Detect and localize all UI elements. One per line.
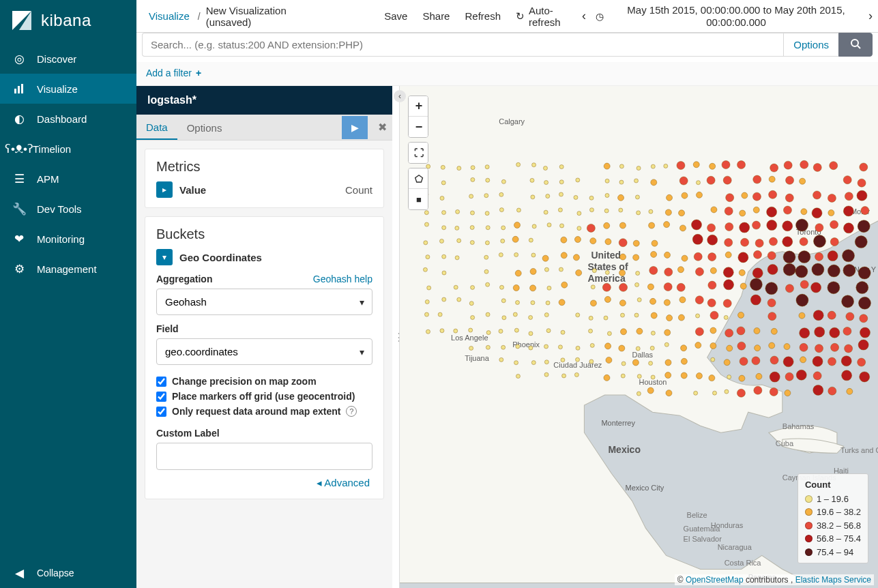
map-marker[interactable] xyxy=(750,295,761,305)
map-marker[interactable] xyxy=(530,268,536,274)
map-marker[interactable] xyxy=(857,190,867,201)
map-marker[interactable] xyxy=(800,178,806,184)
map-marker[interactable] xyxy=(587,224,595,232)
map-marker[interactable] xyxy=(559,180,564,184)
map-marker[interactable] xyxy=(424,222,428,226)
map-marker[interactable] xyxy=(471,166,475,170)
map-marker[interactable] xyxy=(604,316,608,320)
map-marker[interactable] xyxy=(845,192,853,201)
map-marker[interactable] xyxy=(842,370,852,381)
map-marker[interactable] xyxy=(677,267,684,273)
map-marker[interactable] xyxy=(442,254,446,259)
map-marker[interactable] xyxy=(651,164,655,168)
map-marker[interactable] xyxy=(605,239,611,245)
map-marker[interactable] xyxy=(542,255,548,261)
map-marker[interactable] xyxy=(697,192,703,198)
map-marker[interactable] xyxy=(770,387,778,396)
map-marker[interactable] xyxy=(501,299,506,303)
map-marker[interactable] xyxy=(830,220,838,229)
map-marker[interactable] xyxy=(812,208,822,218)
map-marker[interactable] xyxy=(679,225,686,231)
map-marker[interactable] xyxy=(486,178,490,182)
map-marker[interactable] xyxy=(633,254,639,261)
map-marker[interactable] xyxy=(547,223,551,227)
map-marker[interactable] xyxy=(424,211,428,215)
map-marker[interactable] xyxy=(815,252,823,261)
map-marker[interactable] xyxy=(691,220,701,230)
map-marker[interactable] xyxy=(679,210,685,216)
map-marker[interactable] xyxy=(544,267,548,271)
map-marker[interactable] xyxy=(546,301,550,305)
map-marker[interactable] xyxy=(725,207,733,215)
map-marker[interactable] xyxy=(561,358,565,362)
map-marker[interactable] xyxy=(798,251,810,263)
map-marker[interactable] xyxy=(636,166,641,171)
map-marker[interactable] xyxy=(442,211,446,215)
map-marker[interactable] xyxy=(651,251,657,257)
map-marker[interactable] xyxy=(860,372,870,382)
map-marker[interactable] xyxy=(529,315,533,319)
map-marker[interactable] xyxy=(664,329,671,336)
map-marker[interactable] xyxy=(605,343,611,349)
map-marker[interactable] xyxy=(801,209,807,215)
time-next-button[interactable]: › xyxy=(868,9,873,23)
map-marker[interactable] xyxy=(651,312,657,319)
map-marker[interactable] xyxy=(531,253,536,257)
map-marker[interactable] xyxy=(574,195,578,199)
map-marker[interactable] xyxy=(513,312,517,317)
map-marker[interactable] xyxy=(858,179,866,187)
map-marker[interactable] xyxy=(485,241,489,245)
map-marker[interactable] xyxy=(636,347,640,351)
map-marker[interactable] xyxy=(767,264,778,274)
map-marker[interactable] xyxy=(708,281,716,289)
map-marker[interactable] xyxy=(441,181,445,185)
map-marker[interactable] xyxy=(471,315,475,319)
map-marker[interactable] xyxy=(576,357,580,362)
map-marker[interactable] xyxy=(619,222,626,229)
map-marker[interactable] xyxy=(516,208,521,212)
map-marker[interactable] xyxy=(516,344,520,349)
map-marker[interactable] xyxy=(469,346,473,350)
map-marker[interactable] xyxy=(484,194,488,198)
map-marker[interactable] xyxy=(860,314,868,323)
map-marker[interactable] xyxy=(636,392,641,396)
map-marker[interactable] xyxy=(707,176,715,184)
map-marker[interactable] xyxy=(516,162,521,166)
map-marker[interactable] xyxy=(724,359,730,366)
map-marker[interactable] xyxy=(454,285,458,289)
map-marker[interactable] xyxy=(486,331,491,335)
map-marker[interactable] xyxy=(529,346,533,350)
map-marker[interactable] xyxy=(724,315,728,319)
map-marker[interactable] xyxy=(577,226,581,231)
map-marker[interactable] xyxy=(425,300,429,304)
map-marker[interactable] xyxy=(693,162,699,168)
map-marker[interactable] xyxy=(858,267,870,279)
map-marker[interactable] xyxy=(682,192,688,199)
map-marker[interactable] xyxy=(531,361,536,365)
map-marker[interactable] xyxy=(710,327,716,334)
map-marker[interactable] xyxy=(723,299,731,308)
map-marker[interactable] xyxy=(665,359,671,366)
map-marker[interactable] xyxy=(531,195,535,199)
map-marker[interactable] xyxy=(752,268,763,278)
map-marker[interactable] xyxy=(843,250,855,262)
draw-polygon-button[interactable]: ⬠ xyxy=(409,168,428,189)
map-marker[interactable] xyxy=(796,370,806,380)
map-marker[interactable] xyxy=(847,388,853,394)
map-marker[interactable] xyxy=(619,180,624,184)
metric-toggle[interactable]: ▸ xyxy=(156,181,173,198)
map-marker[interactable] xyxy=(514,222,521,228)
tab-data[interactable]: Data xyxy=(136,115,177,140)
map-marker[interactable] xyxy=(469,302,473,306)
map-marker[interactable] xyxy=(544,360,548,364)
map-marker[interactable] xyxy=(560,224,564,228)
map-marker[interactable] xyxy=(727,345,733,351)
map-marker[interactable] xyxy=(846,312,854,321)
map-marker[interactable] xyxy=(440,196,444,201)
map-marker[interactable] xyxy=(499,285,503,289)
map-marker[interactable] xyxy=(858,340,868,350)
map-marker[interactable] xyxy=(755,239,763,248)
map-marker[interactable] xyxy=(842,295,854,308)
map-marker[interactable] xyxy=(740,222,750,233)
map-marker[interactable] xyxy=(471,177,475,181)
